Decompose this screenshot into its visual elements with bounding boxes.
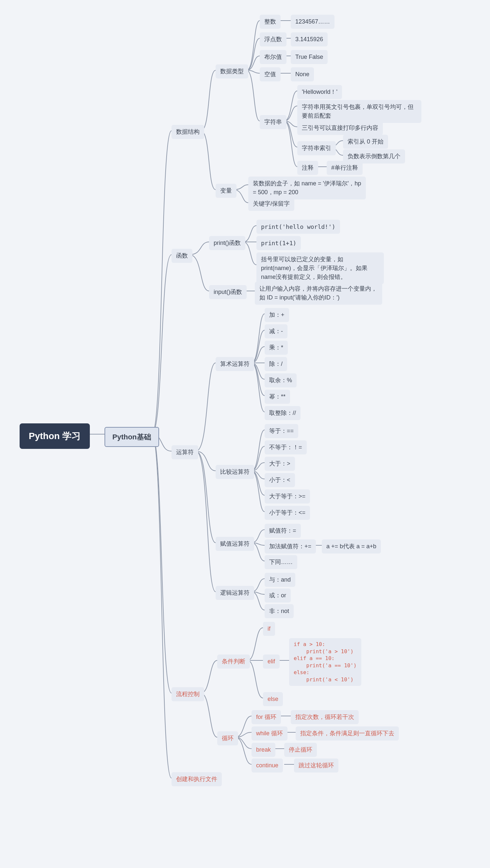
leaf-break-desc: 停止循环 [284,743,317,757]
leaf-hw: 'Helloworld！' [297,85,342,99]
leaf-comment[interactable]: 注释 [297,161,318,175]
branch-assign[interactable]: 赋值运算符 [216,537,254,551]
branch-cmp[interactable]: 比较运算符 [216,465,254,479]
branch-func[interactable]: 函数 [171,249,192,263]
leaf-bool[interactable]: 布尔值 [260,50,287,64]
leaf-lt: 小于：< [265,473,295,487]
leaf-print-desc: 括号里可以放已定义的变量，如print(name)，会显示「伊泽瑞尔」。如果na… [256,252,384,284]
leaf-float[interactable]: 浮点数 [260,32,287,46]
branch-cond[interactable]: 条件判断 [217,654,250,669]
leaf-else[interactable]: else [263,692,283,706]
leaf-while-desc: 指定条件，条件满足则一直循环下去 [296,726,399,741]
branch-arith[interactable]: 算术运算符 [216,357,254,371]
leaf-cond-code: if a > 10: print('a > 10') elif a == 10:… [289,638,361,686]
leaf-print-11: print(1+1) [256,236,301,250]
leaf-and: 与：and [265,573,295,587]
leaf-asn-eq: 赋值符：= [265,524,301,538]
leaf-none-ex: None [291,67,314,82]
leaf-not: 非：not [265,604,294,618]
leaf-input-desc: 让用户输入内容，并将内容存进一个变量内，如 ID = input('请输入你的I… [255,282,382,305]
leaf-int[interactable]: 整数 [260,15,281,29]
leaf-floor: 取整除：// [265,406,300,420]
leaf-print-hw: print('hello world!') [256,220,340,234]
leaf-quote: 字符串用英文引号包裹，单双引号均可，但要前后配套 [297,100,421,123]
leaf-for-desc: 指定次数，循环若干次 [291,710,359,724]
leaf-bool-ex: True False [291,50,328,64]
leaf-ne: 不等于：！= [265,440,307,455]
hub-node[interactable]: Python基础 [104,427,159,447]
leaf-asn-etc: 下同…… [265,555,297,569]
leaf-index[interactable]: 字符串索引 [297,141,336,155]
leaf-pow: 幂：** [265,390,290,404]
leaf-asn-note: a += b代表 a = a+b [322,539,381,554]
leaf-keyword: 关键字/保留字 [248,197,294,211]
branch-logic[interactable]: 逻辑运算符 [216,586,254,600]
leaf-break[interactable]: break [252,743,275,757]
leaf-continue-desc: 跳过这轮循环 [294,758,338,773]
branch-data-type[interactable]: 数据类型 [216,64,248,79]
branch-loop[interactable]: 循环 [217,731,238,745]
leaf-asn-add: 加法赋值符：+= [265,539,316,554]
leaf-while[interactable]: while 循环 [252,726,288,741]
leaf-int-ex: 1234567…… [291,15,334,29]
leaf-elif[interactable]: elif [263,654,280,669]
leaf-le: 小于等于：<= [265,506,310,520]
leaf-mod: 取余：% [265,373,297,388]
branch-flow[interactable]: 流程控制 [171,687,204,701]
branch-print[interactable]: print()函数 [209,236,245,250]
leaf-eq: 等于：== [265,424,298,438]
leaf-sub: 减：- [265,324,288,338]
leaf-gt: 大于：> [265,457,295,471]
leaf-if[interactable]: if [263,622,275,636]
leaf-var-box: 装数据的盒子，如 name = '伊泽瑞尔'，hp = 500，mp = 200 [248,177,366,199]
leaf-float-ex: 3.1415926 [291,32,328,46]
leaf-mul: 乘：* [265,341,288,355]
leaf-comment-txt: #单行注释 [327,161,363,175]
leaf-or: 或：or [265,588,291,602]
leaf-add: 加：+ [265,308,289,322]
leaf-string[interactable]: 字符串 [260,115,287,129]
root-node[interactable]: Python 学习 [20,423,90,449]
leaf-continue[interactable]: continue [252,758,283,773]
branch-data-struct[interactable]: 数据结构 [171,125,204,139]
branch-file[interactable]: 创建和执行文件 [171,772,222,786]
leaf-div: 除：/ [265,357,287,371]
branch-var[interactable]: 变量 [216,184,236,198]
branch-input[interactable]: input()函数 [209,285,247,299]
leaf-triple: 三引号可以直接打印多行内容 [297,121,383,135]
leaf-none[interactable]: 空值 [260,67,281,82]
branch-op[interactable]: 运算符 [171,445,198,459]
leaf-index-zero: 索引从 0 开始 [343,135,388,149]
leaf-for[interactable]: for 循环 [252,710,281,724]
leaf-ge: 大于等于：>= [265,489,310,503]
